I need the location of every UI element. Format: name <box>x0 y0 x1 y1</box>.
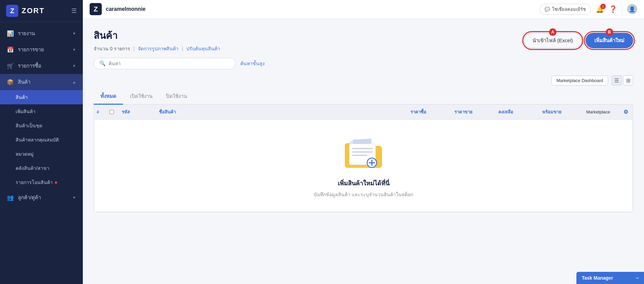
sidebar-sub-serial[interactable]: สินค้าหลากคุณสมบัติ <box>0 133 83 147</box>
col-header-sell-price: ราคาขาย <box>452 105 496 119</box>
hamburger-icon[interactable]: ☰ <box>71 7 77 15</box>
notification-dot <box>55 181 57 184</box>
logo-text: ZORT <box>22 6 45 15</box>
task-manager-action: – <box>636 275 639 281</box>
tab-inactive[interactable]: ปิดใช้งาน <box>159 89 194 105</box>
task-manager-bar[interactable]: Task Manager – <box>576 272 644 284</box>
col-header-marketplace: Marketplace <box>583 105 621 119</box>
chevron-down-icon: ▼ <box>72 48 76 52</box>
col-header-settings: ⚙ <box>621 105 633 119</box>
sidebar-sub-product-list-label: สินค้า <box>16 94 28 101</box>
empty-title: เพิ่มสินค้าใหม่ได้ที่นี่ <box>338 178 389 188</box>
product-table: # รหัส ชื่อสินค้า ราคาซื้อ ราคาขาย คงเหล… <box>94 105 633 212</box>
search-input[interactable] <box>109 61 230 66</box>
sidebar-sub-group[interactable]: หมวดหมู่ <box>0 147 83 161</box>
sidebar-sub-transfer[interactable]: รายการโอนสินค้า <box>0 175 83 189</box>
help-button[interactable]: ❓ <box>609 5 617 13</box>
sales-icon: 📅 <box>7 46 14 53</box>
table-header-bar: Marketplace Dashboard ☰ ⊞ <box>94 75 633 85</box>
tab-active[interactable]: เปิดใช้งาน <box>123 89 159 105</box>
sidebar-logo: Z ZORT ☰ <box>0 0 83 22</box>
empty-state: เพิ่มสินค้าใหม่ได้ที่นี่ บันทึกข้อมูลสิน… <box>94 120 633 212</box>
chevron-down-icon: ▼ <box>72 31 76 35</box>
sidebar-sub-warehouse-label: คลังสินค้า/สาขา <box>16 164 49 172</box>
topbar: Z caramelmonnie 💬 โซเชียลคอมเมิร์ช 🔔 1 ❓… <box>83 0 644 19</box>
user-avatar[interactable]: 👤 <box>627 4 637 14</box>
sidebar-sub-transfer-label: รายการโอนสินค้า <box>16 179 53 186</box>
tabs: ทั้งหมด เปิดใช้งาน ปิดใช้งาน <box>94 89 633 105</box>
search-row: 🔍 ค้นหาขั้นสูง <box>94 58 633 69</box>
task-manager-label: Task Manager <box>582 275 613 281</box>
reports-icon: 📊 <box>7 30 14 37</box>
sidebar: Z ZORT ☰ 📊 รายงาน ▼ 📅 รายการขาย ▼ 🛒 รายก… <box>0 0 83 284</box>
sidebar-item-reports[interactable]: 📊 รายงาน ▼ <box>0 25 83 42</box>
col-header-code: รหัส <box>119 105 156 119</box>
manage-images-link[interactable]: จัดการรูปภาพสินค้า <box>138 46 178 51</box>
sidebar-sub-product-list[interactable]: สินค้า <box>0 90 83 104</box>
main-container: Z caramelmonnie 💬 โซเชียลคอมเมิร์ช 🔔 1 ❓… <box>83 0 644 284</box>
table-columns: # รหัส ชื่อสินค้า ราคาซื้อ ราคาขาย คงเหล… <box>94 105 633 120</box>
badge-a: A <box>549 28 556 36</box>
chevron-down-icon: ▼ <box>72 196 76 200</box>
tab-all[interactable]: ทั้งหมด <box>94 89 123 105</box>
col-header-check <box>107 105 119 119</box>
sidebar-sub-group-label: หมวดหมู่ <box>16 150 33 158</box>
sidebar-item-customers[interactable]: 👥 ลูกค้า/คู่ค้า ▼ <box>0 189 83 206</box>
view-icons: ☰ ⊞ <box>612 75 633 85</box>
notifications-button[interactable]: 🔔 1 <box>596 5 604 13</box>
page-header: สินค้า จำนวน 0 รายการ | จัดการรูปภาพสินค… <box>94 28 633 52</box>
advanced-search-link[interactable]: ค้นหาขั้นสูง <box>240 60 265 67</box>
topbar-brand: caramelmonnie <box>106 6 145 12</box>
col-header-ready: พร้อมขาย <box>540 105 583 119</box>
sidebar-item-products-label: สินค้า <box>18 78 30 86</box>
page-title-area: สินค้า จำนวน 0 รายการ | จัดการรูปภาพสินค… <box>94 28 524 52</box>
topbar-logo-icon: Z <box>90 3 102 15</box>
sidebar-item-reports-label: รายงาน <box>18 29 35 37</box>
select-all-checkbox[interactable] <box>110 110 114 114</box>
notification-badge: 1 <box>600 4 606 9</box>
sidebar-sub-bundle-label: สินค้าเป็นชุด <box>16 122 42 129</box>
customers-icon: 👥 <box>7 194 14 201</box>
sidebar-item-purchases[interactable]: 🛒 รายการซื้อ ▼ <box>0 58 83 74</box>
badge-b: B <box>606 28 613 36</box>
import-btn-wrapper: A นำเข้าไฟล์ (Excel) <box>524 33 581 48</box>
sidebar-item-customers-label: ลูกค้า/คู่ค้า <box>18 193 41 202</box>
empty-subtitle: บันทึกข้อมูลสินค้า และระบุจำนวนสินค้าในส… <box>314 191 413 198</box>
topbar-right: 💬 โซเชียลคอมเมิร์ช 🔔 1 ❓ 👤 <box>540 4 637 15</box>
adjust-cost-link[interactable]: ปรับต้นทุนสินค้า <box>186 46 220 51</box>
sidebar-sub-serial-label: สินค้าหลากคุณสมบัติ <box>16 136 59 144</box>
col-header-buy-price: ราคาซื้อ <box>408 105 452 119</box>
sidebar-sub-add-product-label: เพิ่มสินค้า <box>16 108 35 115</box>
marketplace-dashboard-button[interactable]: Marketplace Dashboard <box>551 76 608 85</box>
col-header-num: # <box>94 105 107 119</box>
main-content: สินค้า จำนวน 0 รายการ | จัดการรูปภาพสินค… <box>83 19 644 284</box>
page-title: สินค้า <box>94 28 524 43</box>
logo-icon: Z <box>6 5 18 17</box>
page-subtitle: จำนวน 0 รายการ | จัดการรูปภาพสินค้า | ปร… <box>94 45 524 52</box>
sidebar-item-purchases-label: รายการซื้อ <box>18 62 41 70</box>
folder-icon-area <box>343 136 384 172</box>
search-box: 🔍 <box>94 58 236 69</box>
chevron-up-icon: ▲ <box>72 80 76 84</box>
purchases-icon: 🛒 <box>7 62 14 70</box>
grid-view-button[interactable]: ⊞ <box>623 75 633 85</box>
search-icon: 🔍 <box>99 60 106 67</box>
column-settings-icon[interactable]: ⚙ <box>623 109 628 115</box>
col-header-name: ชื่อสินค้า <box>156 105 408 119</box>
products-icon: 📦 <box>7 79 14 86</box>
add-btn-wrapper: B เพิ่มสินค้าใหม่ <box>586 33 633 48</box>
sidebar-item-products[interactable]: 📦 สินค้า ▲ <box>0 74 83 90</box>
chevron-down-icon: ▼ <box>72 64 76 68</box>
sidebar-nav: 📊 รายงาน ▼ 📅 รายการขาย ▼ 🛒 รายการซื้อ ▼ … <box>0 22 83 284</box>
list-view-button[interactable]: ☰ <box>612 75 622 85</box>
sidebar-sub-bundle[interactable]: สินค้าเป็นชุด <box>0 119 83 133</box>
sidebar-sub-warehouse[interactable]: คลังสินค้า/สาขา <box>0 161 83 175</box>
empty-folder-illustration <box>343 136 384 170</box>
page-actions: A นำเข้าไฟล์ (Excel) B เพิ่มสินค้าใหม่ <box>524 28 633 48</box>
chat-icon: 💬 <box>545 7 550 12</box>
sidebar-sub-add-product[interactable]: เพิ่มสินค้า <box>0 104 83 119</box>
social-commerce-button[interactable]: 💬 โซเชียลคอมเมิร์ช <box>540 4 591 15</box>
sidebar-item-sales-label: รายการขาย <box>18 46 44 54</box>
sidebar-item-sales[interactable]: 📅 รายการขาย ▼ <box>0 42 83 58</box>
product-count: จำนวน 0 รายการ <box>94 46 130 51</box>
